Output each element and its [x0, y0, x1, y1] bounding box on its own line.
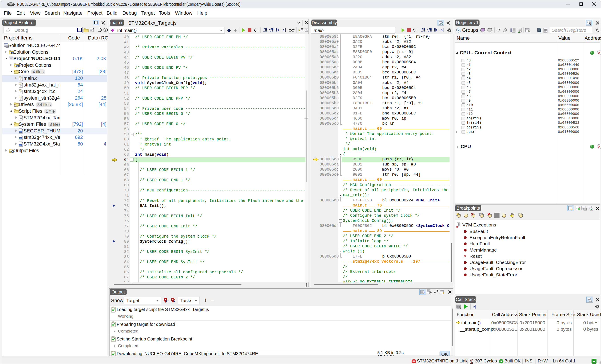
svg-text:c: c [20, 83, 21, 85]
svg-text:asm: asm [19, 131, 22, 133]
svg-text:asm: asm [19, 137, 22, 139]
svg-text:c: c [20, 76, 21, 78]
svg-text:1: 1 [590, 23, 591, 25]
svg-text:c: c [20, 96, 21, 98]
svg-text:asm: asm [19, 144, 22, 146]
svg-text:c: c [20, 89, 21, 91]
